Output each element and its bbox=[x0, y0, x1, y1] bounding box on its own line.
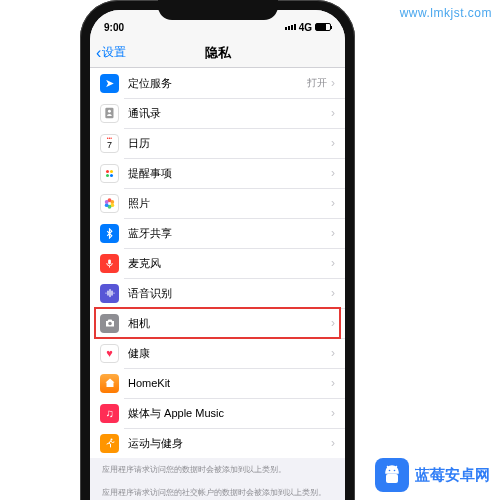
row-label: 照片 bbox=[128, 196, 327, 211]
svg-rect-0 bbox=[105, 108, 113, 119]
chevron-right-icon: › bbox=[331, 166, 335, 180]
svg-rect-13 bbox=[386, 474, 398, 483]
svg-point-11 bbox=[389, 470, 391, 472]
motion-runner-icon bbox=[100, 434, 119, 453]
row-detail: 打开 bbox=[307, 76, 327, 90]
svg-point-12 bbox=[394, 470, 396, 472]
svg-rect-8 bbox=[108, 259, 111, 264]
privacy-group: ➤ 定位服务 打开 › 通讯录 › •••7 日历 › bbox=[90, 68, 345, 458]
row-label: 运动与健身 bbox=[128, 436, 327, 451]
photos-icon bbox=[100, 194, 119, 213]
chevron-right-icon: › bbox=[331, 436, 335, 450]
row-motion-fitness[interactable]: 运动与健身 › bbox=[90, 428, 345, 458]
chevron-right-icon: › bbox=[331, 136, 335, 150]
svg-point-1 bbox=[107, 110, 110, 113]
back-button[interactable]: ‹ 设置 bbox=[96, 44, 126, 61]
camera-icon bbox=[100, 314, 119, 333]
row-label: HomeKit bbox=[128, 377, 327, 389]
contacts-icon bbox=[100, 104, 119, 123]
music-note-icon: ♫ bbox=[100, 404, 119, 423]
battery-icon bbox=[315, 23, 331, 31]
chevron-right-icon: › bbox=[331, 286, 335, 300]
bluetooth-icon bbox=[100, 224, 119, 243]
health-heart-icon: ♥ bbox=[100, 344, 119, 363]
row-label: 通讯录 bbox=[128, 106, 327, 121]
status-time: 9:00 bbox=[104, 22, 124, 33]
chevron-right-icon: › bbox=[331, 226, 335, 240]
footer-note-1: 应用程序请求访问您的数据时会被添加到以上类别。 bbox=[90, 458, 345, 481]
row-bluetooth[interactable]: 蓝牙共享 › bbox=[90, 218, 345, 248]
status-network: 4G bbox=[299, 22, 312, 33]
phone-frame: 9:00 4G ‹ 设置 隐私 ➤ 定位服务 打开 › bbox=[80, 0, 355, 500]
svg-point-3 bbox=[110, 199, 114, 203]
calendar-icon: •••7 bbox=[100, 134, 119, 153]
row-speech-recognition[interactable]: 语音识别 › bbox=[90, 278, 345, 308]
svg-point-10 bbox=[110, 439, 112, 441]
row-media-apple-music[interactable]: ♫ 媒体与 Apple Music › bbox=[90, 398, 345, 428]
row-health[interactable]: ♥ 健康 › bbox=[90, 338, 345, 368]
row-label: 健康 bbox=[128, 346, 327, 361]
watermark-url: www.lmkjst.com bbox=[400, 6, 492, 20]
chevron-right-icon: › bbox=[331, 376, 335, 390]
back-label: 设置 bbox=[102, 44, 126, 61]
chevron-right-icon: › bbox=[331, 256, 335, 270]
row-contacts[interactable]: 通讯录 › bbox=[90, 98, 345, 128]
row-label: 蓝牙共享 bbox=[128, 226, 327, 241]
row-camera[interactable]: 相机 › bbox=[90, 308, 345, 338]
footer-note-2: 应用程序请求访问您的社交帐户的数据时会被添加到以上类别。 bbox=[90, 481, 345, 500]
nav-bar: ‹ 设置 隐私 bbox=[90, 38, 345, 68]
location-arrow-icon: ➤ bbox=[100, 74, 119, 93]
chevron-right-icon: › bbox=[331, 76, 335, 90]
reminders-icon bbox=[100, 164, 119, 183]
android-robot-icon bbox=[375, 458, 409, 492]
svg-point-9 bbox=[108, 322, 112, 326]
microphone-icon bbox=[100, 254, 119, 273]
row-homekit[interactable]: HomeKit › bbox=[90, 368, 345, 398]
chevron-right-icon: › bbox=[331, 346, 335, 360]
chevron-right-icon: › bbox=[331, 316, 335, 330]
chevron-right-icon: › bbox=[331, 106, 335, 120]
watermark-text: 蓝莓安卓网 bbox=[415, 466, 490, 485]
row-label: 麦克风 bbox=[128, 256, 327, 271]
row-calendar[interactable]: •••7 日历 › bbox=[90, 128, 345, 158]
settings-list: ➤ 定位服务 打开 › 通讯录 › •••7 日历 › bbox=[90, 68, 345, 500]
phone-screen: 9:00 4G ‹ 设置 隐私 ➤ 定位服务 打开 › bbox=[90, 10, 345, 500]
row-label: 定位服务 bbox=[128, 76, 307, 91]
row-photos[interactable]: 照片 › bbox=[90, 188, 345, 218]
chevron-left-icon: ‹ bbox=[96, 45, 101, 61]
speech-waveform-icon bbox=[100, 284, 119, 303]
svg-point-6 bbox=[105, 203, 109, 207]
row-label: 媒体与 Apple Music bbox=[128, 406, 327, 421]
row-location-services[interactable]: ➤ 定位服务 打开 › bbox=[90, 68, 345, 98]
row-label: 日历 bbox=[128, 136, 327, 151]
svg-point-7 bbox=[105, 199, 109, 203]
homekit-house-icon bbox=[100, 374, 119, 393]
page-title: 隐私 bbox=[205, 44, 231, 62]
row-microphone[interactable]: 麦克风 › bbox=[90, 248, 345, 278]
chevron-right-icon: › bbox=[331, 406, 335, 420]
watermark-brand: 蓝莓安卓网 bbox=[375, 458, 490, 492]
row-label: 相机 bbox=[128, 316, 327, 331]
signal-icon bbox=[285, 24, 296, 30]
row-label: 语音识别 bbox=[128, 286, 327, 301]
row-label: 提醒事项 bbox=[128, 166, 327, 181]
chevron-right-icon: › bbox=[331, 196, 335, 210]
row-reminders[interactable]: 提醒事项 › bbox=[90, 158, 345, 188]
device-notch bbox=[158, 0, 278, 20]
